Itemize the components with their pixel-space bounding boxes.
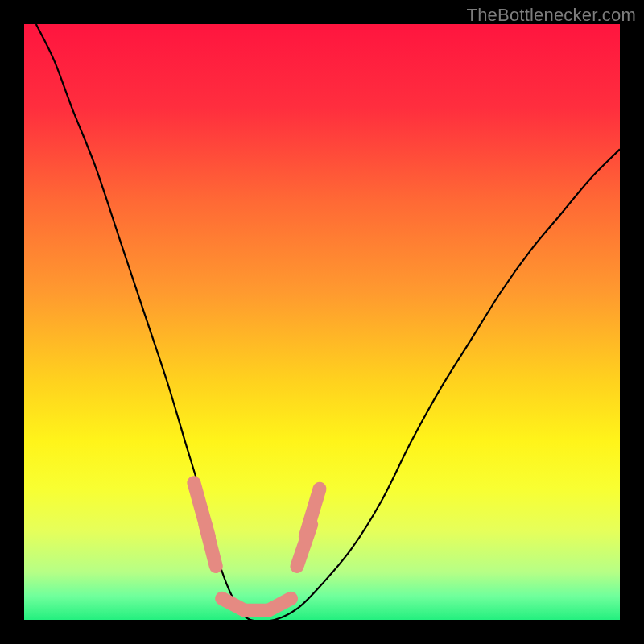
watermark-text: TheBottlenecker.com xyxy=(467,5,636,26)
worm-segment xyxy=(205,525,216,567)
worm-segment xyxy=(305,489,320,536)
plot-area xyxy=(24,24,620,620)
chart-svg xyxy=(24,24,620,620)
chart-frame: TheBottlenecker.com xyxy=(0,0,644,644)
bottleneck-curve xyxy=(36,24,620,620)
worm-segment xyxy=(222,598,291,610)
worm-overlay xyxy=(194,483,320,610)
